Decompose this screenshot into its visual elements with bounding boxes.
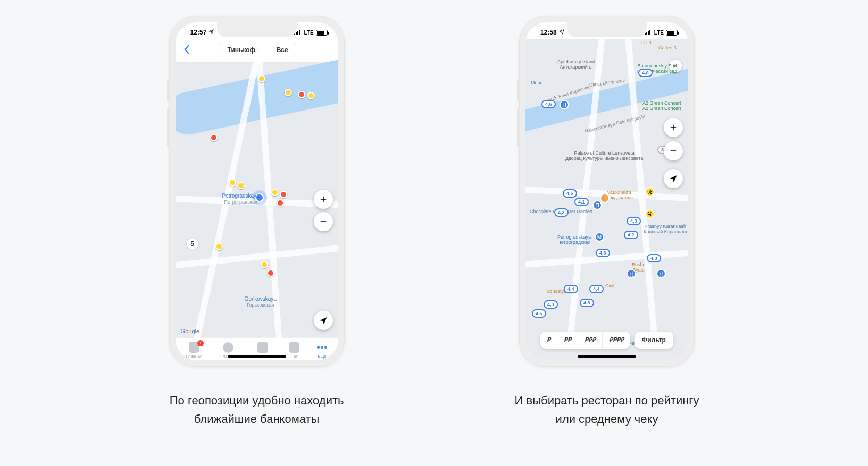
atm-marker[interactable] [307,92,315,99]
phone-screen-1: 12:57 LTE [176,22,338,360]
poi-metro-icon[interactable]: М [595,232,604,242]
svg-rect-7 [649,30,650,35]
zoom-out-button[interactable] [664,141,683,160]
map-label-metro-2: Gor'kovskaya Горьковская [245,296,277,308]
back-button[interactable] [181,43,193,57]
atm-marker[interactable] [237,182,245,189]
rating-chip[interactable]: 4,5 [563,189,577,198]
price-1[interactable]: ₽ [540,332,557,349]
price-2[interactable]: ₽₽ [557,332,578,349]
phone-frame-2: 12:58 LTE [519,16,695,367]
status-time: 12:57 [190,29,207,36]
map-attribution: Google [181,328,200,334]
atm-marker[interactable] [271,189,279,196]
notch [567,22,647,37]
home-indicator[interactable] [578,355,636,358]
column-atms: 12:57 LTE [169,16,345,428]
network-label: LTE [304,30,313,36]
svg-rect-2 [297,31,298,35]
atm-marker[interactable] [215,243,223,250]
rating-chip[interactable]: 4,4 [589,285,604,293]
poi-food-icon[interactable]: 🍴 [600,193,610,203]
column-restaurants: 12:58 LTE [515,16,699,428]
more-icon [316,342,327,353]
map-label-culture: Palace of Culture Lensoveta Дворец культ… [565,151,643,162]
atm-marker[interactable] [285,89,292,96]
payments-icon [223,342,233,353]
tab-chat[interactable]: Чат [289,342,299,359]
location-arrow-icon [559,29,564,36]
price-3[interactable]: ₽₽₽ [578,332,603,349]
map-restaurants[interactable]: Aptekarsky Island Аптекарский о. Botanic… [525,39,688,360]
location-arrow-icon [208,29,214,36]
rating-chip[interactable]: 4,3 [580,299,594,307]
svg-rect-6 [648,31,649,35]
map-road [176,232,338,272]
poi-metro-icon[interactable]: П [560,100,569,109]
svg-rect-1 [296,32,297,35]
tab-more[interactable]: Еще [316,342,327,359]
atm-marker[interactable] [267,269,274,277]
atm-marker[interactable] [261,261,268,268]
home-indicator[interactable] [228,355,286,358]
map-label-coffee3: Coffee 3 [658,46,677,51]
seg-all[interactable]: Все [269,43,296,57]
poi-metro-icon[interactable]: П [592,200,602,210]
map-label-petro: Petrogradskaya Петроградская [557,235,591,245]
price-segmented: ₽ ₽₽ ₽₽₽ ₽₽₽₽ [540,332,630,349]
rating-chip[interactable]: 4,3 [554,208,569,217]
phone-frame-1: 12:57 LTE [169,16,345,367]
atm-marker[interactable] [210,134,218,141]
rating-chip[interactable]: 4,3 [544,300,558,309]
atm-cluster[interactable]: 5 [186,238,199,250]
tab-home[interactable]: 1 Главная [186,342,202,359]
caption-2: И выбирать ресторан по рейтингу или сред… [515,391,699,428]
locate-me-button[interactable] [314,311,333,330]
caption-1: По геопозиции удобно находить ближайшие … [170,391,344,428]
poi-food-icon[interactable]: 🍴 [627,269,636,278]
rating-chip[interactable]: 4,6 [596,249,610,257]
zoom-in-button[interactable] [664,118,683,137]
rating-chip[interactable]: 4,0 [638,69,653,77]
atm-marker[interactable] [298,91,305,98]
poi-food-icon[interactable]: 🍴 [656,269,666,278]
rating-chip[interactable]: 4,6 [541,100,556,108]
services-icon [257,342,268,353]
map-atms[interactable]: 5 Petrogradskaya Петроградская Gor'kovsk… [176,62,338,337]
map-label-concert: A2 Green Concert А2 Green Concert [642,101,681,112]
rating-chip[interactable]: 4,4 [564,285,578,293]
notification-badge: 1 [197,340,204,346]
zoom-out-button[interactable] [314,212,333,231]
battery-icon [316,30,328,36]
network-label: LTE [654,30,664,36]
atm-marker[interactable] [229,179,236,187]
map-label-karandash: Krasnyy Karandash Красный Карандаш [644,224,687,235]
locate-me-button[interactable] [664,169,683,188]
price-4[interactable]: ₽₽₽₽ [603,332,630,349]
status-time: 12:58 [540,29,557,36]
map-label-metro: Petrogradskaya Петроградская [222,193,260,205]
filter-button[interactable]: Фильтр [635,332,673,349]
notch [217,22,297,37]
rating-chip[interactable]: 4,3 [627,217,641,225]
phone-screen-2: 12:58 LTE [525,22,688,360]
map-label-civil: Civil [605,284,614,289]
rating-chip[interactable]: 4,2 [624,231,638,239]
poi-discount-icon[interactable]: % [645,187,655,197]
map-label-dip: I Dip [641,40,652,46]
poi-discount-icon[interactable]: % [645,209,655,219]
atm-marker[interactable] [277,199,284,207]
rating-chip[interactable]: 4,5 [532,309,546,318]
chat-icon [289,342,299,353]
zoom-in-button[interactable] [314,190,333,209]
svg-rect-5 [646,32,647,35]
rating-chip[interactable]: 4,3 [647,254,661,262]
map-label-island: Aptekarsky Island Аптекарский о. [557,60,595,70]
atm-marker[interactable] [280,191,287,198]
price-filter-row: ₽ ₽₽ ₽₽₽ ₽₽₽₽ Фильтр [525,332,688,349]
battery-icon [666,30,678,36]
rating-chip[interactable]: 4,1 [574,198,589,206]
map-label-mona: Mona [531,81,543,86]
atm-marker[interactable] [258,75,265,82]
page-container: 12:57 LTE [0,0,868,428]
